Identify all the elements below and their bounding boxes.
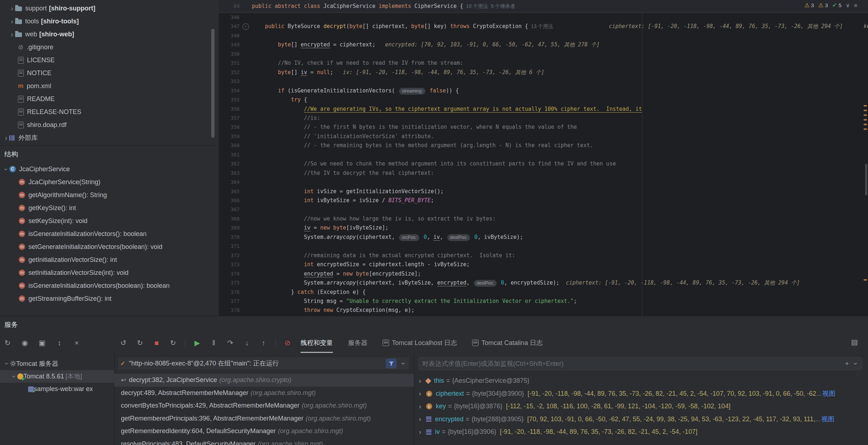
line-number[interactable]: 69 xyxy=(219,0,240,13)
services-tree-item[interactable]: ›Tomcat 8.5.61[本地] xyxy=(0,370,114,383)
line-number[interactable]: 368 xyxy=(219,214,240,223)
chevron-expanded-icon[interactable]: › xyxy=(2,166,10,172)
code-line[interactable]: 370 System.arraycopy(ciphertext, srcPos:… xyxy=(219,233,868,242)
stack-frame-row[interactable]: convertBytesToPrincipals:429, AbstractRe… xyxy=(114,399,414,412)
line-number[interactable]: 370 xyxy=(219,233,240,242)
code-line[interactable]: 365 int ivSize = getInitializationVector… xyxy=(219,187,868,196)
evaluate-expression-bar[interactable]: + › xyxy=(418,357,862,370)
line-number[interactable]: 358 xyxy=(219,123,240,132)
line-number[interactable]: 350 xyxy=(219,50,240,59)
rerun-icon[interactable]: ↺ xyxy=(119,339,128,347)
project-tree-item[interactable]: mpom.xml xyxy=(0,80,219,92)
line-number[interactable]: 361 xyxy=(219,150,240,159)
code-line[interactable]: 352 byte[] iv = null; iv: [-91, -20, -11… xyxy=(219,68,868,77)
view-link[interactable]: 视图 xyxy=(822,389,835,398)
line-number[interactable]: 373 xyxy=(219,260,240,269)
watch-icon[interactable]: ◉ xyxy=(20,339,30,347)
structure-method-item[interactable]: msetInitializationVectorSize(int): void xyxy=(0,266,219,279)
line-number[interactable]: 349 xyxy=(219,40,240,49)
inspections-menu-icon[interactable]: ≡ xyxy=(854,2,857,8)
project-tree-item[interactable]: RELEASE-NOTES xyxy=(0,105,219,118)
code-line[interactable]: 356 //We are generating IVs, so the ciph… xyxy=(219,105,868,114)
structure-class-item[interactable]: ›CJcaCipherService xyxy=(0,163,219,176)
stack-frame-row[interactable]: resolvePrincipals:483, DefaultSecurityMa… xyxy=(114,438,414,445)
step-into-icon[interactable]: ↓ xyxy=(242,339,252,347)
code-line[interactable]: 363 //the IV to decrypt the real ciphert… xyxy=(219,169,868,178)
step-out-icon[interactable]: ↑ xyxy=(259,339,268,347)
open-in-new-tab-icon[interactable]: ▣ xyxy=(37,339,47,347)
line-number[interactable]: 357 xyxy=(219,114,240,123)
line-number[interactable]: 347 xyxy=(219,22,240,31)
stack-frame-row[interactable]: ↩decrypt:382, JcaCipherService(org.apach… xyxy=(114,374,414,387)
variable-row[interactable]: ›this={AesCipherService@3875} xyxy=(414,374,868,387)
line-number[interactable]: 360 xyxy=(219,141,240,150)
code-line[interactable]: 358 // - the first N bytes is the initia… xyxy=(219,123,868,132)
line-number[interactable]: 365 xyxy=(219,187,240,196)
project-tree-item[interactable]: NOTICE xyxy=(0,67,219,80)
project-tree-item[interactable]: ⊘.gitignore xyxy=(0,41,219,54)
code-line[interactable]: 348 xyxy=(219,31,868,40)
restart-server-icon[interactable]: ↻ xyxy=(168,339,178,347)
code-line[interactable]: 349 byte[] encrypted = ciphertext; encry… xyxy=(219,40,868,49)
project-tree-item[interactable]: ›外部库 xyxy=(0,131,219,144)
stack-frame-row[interactable]: getRememberedIdentity:604, DefaultSecuri… xyxy=(114,425,414,438)
variable-row[interactable]: ›iv={byte[16]@3906}[-91, -20, -118, -98,… xyxy=(414,426,868,439)
project-scrollbar[interactable] xyxy=(211,29,214,138)
code-line[interactable]: 354 if (isGenerateInitializationVectors(… xyxy=(219,86,868,95)
warning-badge[interactable]: ⚠ 3 xyxy=(818,2,828,9)
line-number[interactable]: 364 xyxy=(219,178,240,187)
line-number[interactable]: 367 xyxy=(219,205,240,214)
chevron-right-icon[interactable]: › xyxy=(419,428,426,436)
structure-method-item[interactable]: mgetAlgorithmName(): String xyxy=(0,189,219,201)
code-line[interactable]: 376 } catch (Exception e) { xyxy=(219,288,868,297)
project-tree-item[interactable]: README xyxy=(0,92,219,105)
code-line[interactable]: 377 String msg = "Unable to correctly ex… xyxy=(219,297,868,306)
code-line[interactable]: 366 int ivByteSize = ivSize / BITS_PER_B… xyxy=(219,196,868,205)
thread-selector[interactable]: ✓ "http-nio-8085-exec-8"@2,470 在组"main":… xyxy=(118,357,409,369)
code-line[interactable]: 368 //now we know how large the iv is, s… xyxy=(219,214,868,223)
code-line[interactable]: 355 try { xyxy=(219,95,868,104)
pause-icon[interactable]: ‖ xyxy=(209,339,218,347)
stripe-mark[interactable] xyxy=(864,110,867,111)
sticky-header-line[interactable]: 69public abstract class JcaCipherService… xyxy=(219,0,868,13)
line-number[interactable]: 359 xyxy=(219,132,240,141)
line-number[interactable]: 376 xyxy=(219,288,240,297)
code-line[interactable]: 346 xyxy=(219,13,868,22)
tab-Tomcat Catalina 日志[interactable]: Tomcat Catalina 日志 xyxy=(472,333,543,353)
services-tree-item[interactable]: ›Tomcat 服务器 xyxy=(0,357,114,370)
code-line[interactable]: 347↑ public ByteSource decrypt(byte[] ci… xyxy=(219,22,868,31)
line-number[interactable]: 366 xyxy=(219,196,240,205)
structure-method-item[interactable]: mgetStreamingBufferSize(): int xyxy=(0,292,219,305)
chevron-right-icon[interactable]: › xyxy=(419,415,426,423)
code-line[interactable]: 357 //is: xyxy=(219,114,868,123)
view-link[interactable]: 视图 xyxy=(822,415,835,423)
resume-icon[interactable]: ▶ xyxy=(193,339,202,347)
project-tree-item[interactable]: ›tools[shiro-tools] xyxy=(0,15,219,28)
line-number[interactable]: 363 xyxy=(219,169,240,178)
structure-method-item[interactable]: misGenerateInitializationVectors(): bool… xyxy=(0,227,219,240)
chevron-right-icon[interactable]: › xyxy=(9,30,15,38)
stripe-mark[interactable] xyxy=(864,105,867,106)
code-line[interactable]: 371 xyxy=(219,242,868,251)
code-line[interactable]: 369 iv = new byte[ivByteSize]; xyxy=(219,223,868,232)
code-line[interactable]: 350 xyxy=(219,50,868,59)
step-over-icon[interactable]: ↷ xyxy=(226,339,235,347)
hide-frames-filter-button[interactable] xyxy=(386,359,397,368)
line-number[interactable]: 377 xyxy=(219,297,240,306)
stack-frame-row[interactable]: decrypt:489, AbstractRememberMeManager(o… xyxy=(114,387,414,400)
line-number[interactable]: 362 xyxy=(219,159,240,168)
structure-method-item[interactable]: misGenerateInitializationVectors(boolean… xyxy=(0,279,219,292)
chevron-right-icon[interactable]: › xyxy=(3,134,9,142)
thread-dropdown-chevron-icon[interactable]: › xyxy=(399,360,408,367)
code-line[interactable]: 375 System.arraycopy(ciphertext, ivByteS… xyxy=(219,278,868,287)
project-tree-item[interactable]: ›support[shiro-support] xyxy=(0,2,219,15)
evaluate-expression-input[interactable] xyxy=(421,360,841,368)
line-number[interactable]: 352 xyxy=(219,68,240,77)
line-number[interactable]: 356 xyxy=(219,105,240,114)
line-number[interactable]: 378 xyxy=(219,306,240,315)
services-tree-item[interactable]: ✓samples-web:war ex xyxy=(0,383,114,396)
chevron-expanded-icon[interactable]: › xyxy=(3,360,11,367)
restore-layout-icon[interactable]: ↻ xyxy=(3,339,12,347)
structure-method-item[interactable]: mJcaCipherService(String) xyxy=(0,176,219,189)
code-line[interactable]: 374 encrypted = new byte[encryptedSize]; xyxy=(219,269,868,278)
